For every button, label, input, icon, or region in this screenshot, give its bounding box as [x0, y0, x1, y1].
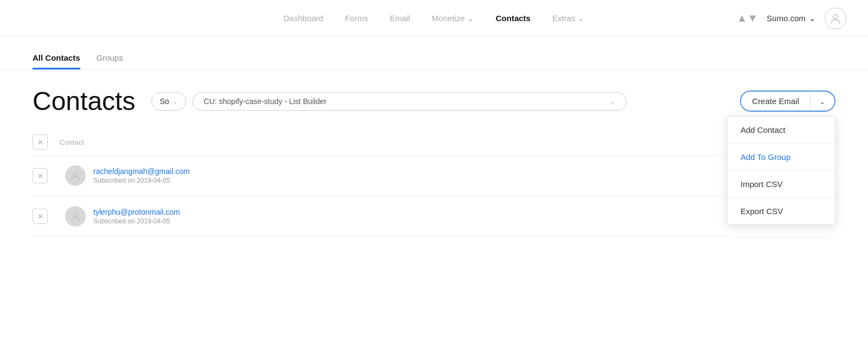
nav-email[interactable]: Email	[390, 14, 410, 23]
filter-small-chevron-icon: ⌄	[173, 98, 178, 105]
row1-avatar	[65, 165, 86, 186]
filter-large-select[interactable]: CU: shopify-case-study - List Builder ⌄	[193, 92, 627, 111]
contacts-header: Contacts So ⌄ CU: shopify-case-study - L…	[33, 86, 835, 116]
top-nav: Dashboard Forms Email Monetize ⌄ Contact…	[0, 0, 868, 37]
row1-checkbox[interactable]: ✕	[33, 168, 48, 183]
filter-small-select[interactable]: So ⌄	[151, 92, 186, 111]
tab-groups[interactable]: Groups	[97, 48, 123, 69]
extras-chevron-icon: ⌄	[577, 14, 584, 23]
row2-email[interactable]: tylerphu@protonmail.com	[93, 208, 180, 216]
row1-date: Subscribed on 2019-04-05	[93, 177, 190, 184]
svg-point-2	[73, 213, 77, 217]
nav-monetize[interactable]: Monetize ⌄	[432, 14, 474, 23]
nav-links: Dashboard Forms Email Monetize ⌄ Contact…	[284, 14, 585, 23]
header-checkbox-cell: ✕	[33, 129, 60, 156]
main-content: Contacts So ⌄ CU: shopify-case-study - L…	[0, 70, 868, 253]
row2-contact-details: tylerphu@protonmail.com Subscribed on 20…	[93, 208, 180, 225]
row2-checkbox[interactable]: ✕	[33, 209, 48, 224]
header-contact: Contact	[60, 129, 729, 156]
dropdown-add-to-group[interactable]: Add To Group	[727, 144, 835, 171]
row1-checkbox-cell: ✕	[33, 156, 60, 196]
avatar[interactable]	[825, 8, 846, 29]
create-email-chevron-icon: ⌄	[819, 97, 826, 106]
create-email-dropdown-button[interactable]: ⌄	[810, 92, 834, 111]
create-email-dropdown-menu: Add Contact Add To Group Import CSV Expo…	[727, 116, 835, 225]
row2-checkbox-cell: ✕	[33, 196, 60, 237]
table-row: ✕ racheldjangmah@gmail.com Subscribed on	[33, 156, 835, 196]
tabs-bar: All Contacts Groups	[0, 37, 868, 70]
dropdown-import-csv[interactable]: Import CSV	[727, 171, 835, 198]
tab-all-contacts[interactable]: All Contacts	[33, 48, 80, 69]
svg-point-0	[833, 15, 838, 19]
nav-extras[interactable]: Extras ⌄	[552, 14, 585, 23]
account-chevron-icon: ⌄	[809, 14, 816, 23]
row2-contact-info: tylerphu@protonmail.com Subscribed on 20…	[60, 206, 729, 227]
create-email-main-button[interactable]: Create Email	[741, 92, 810, 111]
row1-contact-info: racheldjangmah@gmail.com Subscribed on 2…	[60, 165, 729, 186]
nav-dashboard[interactable]: Dashboard	[284, 14, 323, 23]
page-title: Contacts	[33, 86, 135, 116]
row1-email[interactable]: racheldjangmah@gmail.com	[93, 167, 190, 176]
nav-forms[interactable]: Forms	[345, 14, 368, 23]
filter-large-chevron-icon: ⌄	[610, 98, 615, 105]
monetize-chevron-icon: ⌄	[467, 14, 474, 23]
row2-avatar	[65, 206, 86, 227]
dropdown-add-contact[interactable]: Add Contact	[727, 117, 835, 144]
table-row: ✕ tylerphu@protonmail.com Subscribed on	[33, 196, 835, 237]
row2-contact-cell: tylerphu@protonmail.com Subscribed on 20…	[60, 196, 729, 237]
account-menu[interactable]: Sumo.com ⌄	[767, 14, 816, 23]
nav-contacts[interactable]: Contacts	[496, 14, 531, 23]
table-header: ✕ Contact Opens	[33, 129, 835, 156]
nav-right: ▲▼ Sumo.com ⌄	[737, 8, 846, 29]
contacts-table: ✕ Contact Opens ✕	[33, 129, 835, 237]
svg-point-1	[73, 172, 77, 176]
bell-icon[interactable]: ▲▼	[737, 12, 758, 24]
dropdown-export-csv[interactable]: Export CSV	[727, 198, 835, 224]
create-email-group: Create Email ⌄ Add Contact Add To Group …	[740, 91, 835, 112]
header-checkbox[interactable]: ✕	[33, 134, 48, 150]
row1-contact-cell: racheldjangmah@gmail.com Subscribed on 2…	[60, 156, 729, 196]
filter-group: So ⌄ CU: shopify-case-study - List Build…	[151, 92, 729, 111]
row2-date: Subscribed on 2019-04-05	[93, 217, 180, 225]
row1-contact-details: racheldjangmah@gmail.com Subscribed on 2…	[93, 167, 190, 184]
create-email-button-group: Create Email ⌄	[740, 91, 835, 112]
